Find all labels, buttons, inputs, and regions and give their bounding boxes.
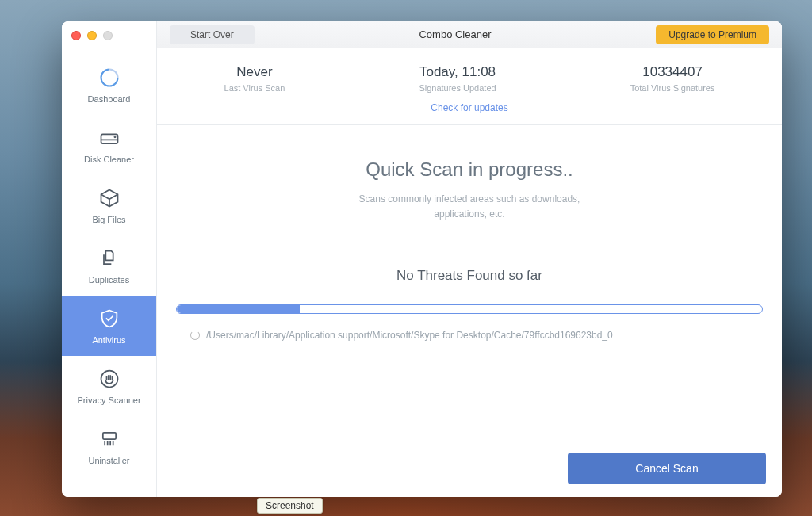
sidebar-item-label: Disk Cleaner [84, 155, 134, 164]
start-over-button[interactable]: Start Over [170, 25, 255, 44]
stat-value: 10334407 [630, 64, 715, 80]
spinner-icon [190, 331, 200, 340]
upgrade-button[interactable]: Upgrade to Premium [656, 25, 769, 44]
sidebar-item-duplicates[interactable]: Duplicates [62, 235, 156, 296]
shield-icon [98, 307, 121, 331]
sidebar-item-big-files[interactable]: Big Files [62, 175, 156, 235]
stat-signatures-updated: Today, 11:08 Signatures Updated [419, 64, 496, 93]
svg-point-3 [101, 371, 117, 388]
stat-desc: Signatures Updated [419, 83, 496, 93]
sidebar-item-antivirus[interactable]: Antivirus [62, 296, 156, 356]
threats-status: No Threats Found so far [396, 268, 542, 284]
sidebar: Dashboard Disk Cleaner Big Files [62, 21, 157, 497]
window-controls [71, 31, 113, 40]
scan-title: Quick Scan in progress.. [366, 159, 573, 181]
sidebar-item-label: Duplicates [89, 275, 129, 285]
shredder-icon [98, 427, 121, 451]
sidebar-item-label: Big Files [92, 215, 125, 224]
hand-icon [98, 367, 121, 391]
main-content: Start Over Combo Cleaner Upgrade to Prem… [157, 21, 782, 497]
stat-desc: Last Virus Scan [224, 83, 285, 93]
stat-total-signatures: 10334407 Total Virus Signatures [630, 64, 715, 93]
scan-current-path: /Users/mac/Library/Application support/M… [173, 330, 613, 341]
stats-row: Never Last Virus Scan Today, 11:08 Signa… [157, 48, 782, 102]
sidebar-item-uninstaller[interactable]: Uninstaller [62, 416, 156, 476]
stat-value: Today, 11:08 [419, 64, 496, 80]
progress-fill [177, 305, 300, 313]
scan-path-text: /Users/mac/Library/Application support/M… [206, 330, 613, 341]
stat-desc: Total Virus Signatures [630, 83, 715, 93]
sidebar-item-label: Privacy Scanner [77, 396, 140, 405]
footer: Cancel Scan [157, 440, 782, 497]
sidebar-item-label: Uninstaller [89, 456, 130, 465]
box-icon [98, 186, 121, 210]
app-window: Dashboard Disk Cleaner Big Files [62, 21, 782, 497]
stat-last-scan: Never Last Virus Scan [224, 64, 285, 93]
sidebar-item-label: Antivirus [92, 335, 125, 345]
cancel-scan-button[interactable]: Cancel Scan [568, 453, 766, 484]
sidebar-item-disk-cleaner[interactable]: Disk Cleaner [62, 115, 156, 175]
tooltip: Screenshot [257, 498, 323, 514]
svg-point-2 [114, 136, 115, 137]
disk-icon [98, 126, 121, 150]
scan-area: Quick Scan in progress.. Scans commonly … [157, 125, 782, 440]
svg-rect-4 [102, 433, 115, 439]
minimize-icon[interactable] [87, 31, 97, 40]
duplicates-icon [98, 247, 121, 270]
maximize-icon [103, 31, 113, 40]
stat-value: Never [224, 64, 285, 80]
check-updates-link[interactable]: Check for updates [157, 102, 782, 125]
sidebar-item-label: Dashboard [88, 94, 131, 104]
progress-bar [176, 304, 763, 314]
svg-rect-0 [101, 134, 117, 143]
sidebar-item-dashboard[interactable]: Dashboard [62, 55, 156, 115]
sidebar-item-privacy-scanner[interactable]: Privacy Scanner [62, 356, 156, 416]
dashboard-icon [98, 66, 121, 90]
app-title: Combo Cleaner [255, 29, 657, 40]
topbar: Start Over Combo Cleaner Upgrade to Prem… [157, 21, 782, 48]
close-icon[interactable] [71, 31, 81, 40]
scan-subtitle: Scans commonly infected areas such as do… [350, 192, 588, 222]
